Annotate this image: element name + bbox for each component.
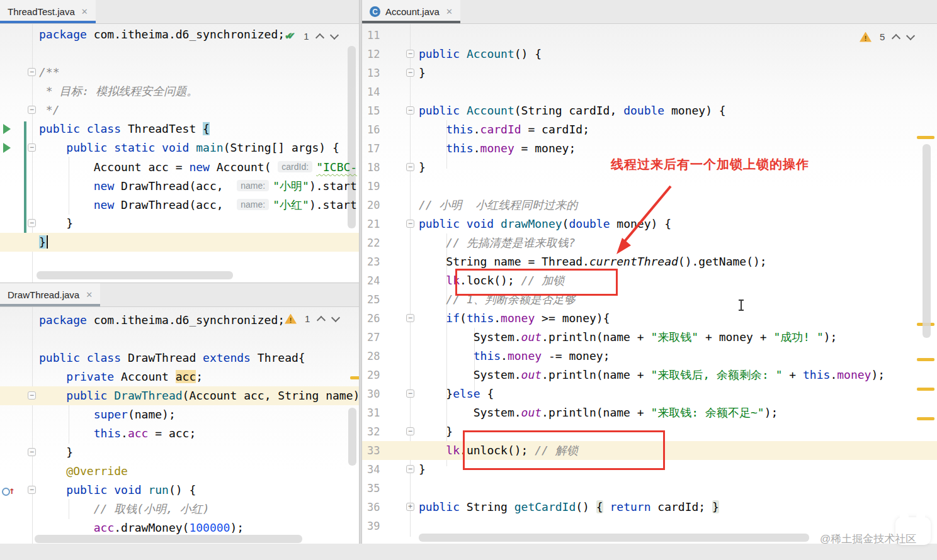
fold-icon[interactable]: − bbox=[406, 220, 414, 228]
code-line: 15−public Account(String cardId, double … bbox=[362, 101, 937, 120]
line-number[interactable]: 29 bbox=[362, 366, 392, 384]
gutter: 20 bbox=[362, 196, 419, 215]
gutter bbox=[0, 405, 39, 424]
line-number[interactable]: 21 bbox=[362, 215, 392, 233]
fold-icon[interactable]: − bbox=[28, 143, 36, 152]
fold-icon[interactable]: − bbox=[406, 314, 414, 322]
code-line: 35 bbox=[362, 479, 937, 498]
text-cursor-pointer bbox=[738, 300, 744, 311]
gutter: 19 bbox=[362, 177, 419, 196]
gutter bbox=[0, 120, 39, 138]
code-text: // 小明 小红线程同时过来的 bbox=[419, 196, 937, 215]
line-number[interactable]: 26 bbox=[362, 309, 392, 328]
tab-drawthread-java[interactable]: DrawThread.java ✕ bbox=[0, 283, 100, 306]
gutter: 27 bbox=[362, 328, 419, 347]
close-icon[interactable]: ✕ bbox=[446, 7, 453, 16]
line-number[interactable]: 12 bbox=[362, 45, 392, 64]
line-number[interactable]: 22 bbox=[362, 233, 392, 252]
close-icon[interactable]: ✕ bbox=[86, 290, 93, 300]
horizontal-scrollbar[interactable] bbox=[37, 271, 233, 279]
fold-icon[interactable]: − bbox=[28, 448, 36, 456]
fold-icon[interactable]: − bbox=[28, 391, 36, 400]
fold-icon[interactable]: − bbox=[28, 486, 36, 494]
line-number[interactable]: 27 bbox=[362, 328, 392, 347]
gutter: 22 bbox=[362, 233, 419, 252]
gutter: 34− bbox=[362, 460, 419, 479]
code-text: /** bbox=[39, 63, 359, 82]
line-number[interactable]: 39 bbox=[362, 517, 392, 535]
unfold-icon[interactable]: + bbox=[406, 503, 414, 511]
line-number[interactable]: 20 bbox=[362, 196, 392, 215]
tab-label: ThreadTest.java bbox=[8, 6, 75, 17]
run-icon[interactable] bbox=[3, 124, 11, 134]
tab-threadtest-java[interactable]: ThreadTest.java ✕ bbox=[0, 0, 96, 23]
fold-icon[interactable]: − bbox=[28, 219, 36, 227]
fold-icon[interactable]: − bbox=[406, 106, 414, 115]
line-number[interactable]: 23 bbox=[362, 252, 392, 271]
gutter: 26− bbox=[362, 309, 419, 328]
fold-icon[interactable]: − bbox=[406, 163, 414, 171]
code-text: new DrawThread(acc, name:"小红").start bbox=[39, 195, 359, 214]
code-line: 36+public String getCardId() { return ca… bbox=[362, 498, 937, 517]
code-text: } bbox=[39, 443, 359, 462]
fold-icon[interactable]: − bbox=[406, 389, 414, 398]
gutter: 16 bbox=[362, 120, 419, 139]
line-number[interactable]: 32 bbox=[362, 422, 392, 441]
line-number[interactable]: 24 bbox=[362, 271, 392, 290]
code-line: 20// 小明 小红线程同时过来的 bbox=[362, 196, 937, 215]
gutter: 15− bbox=[362, 101, 419, 120]
code-line: package com.itheima.d6_synchronized; bbox=[0, 25, 359, 44]
fold-icon[interactable]: − bbox=[28, 68, 36, 76]
red-annotation-text: 线程过来后有一个加锁上锁的操作 bbox=[611, 156, 809, 173]
line-number[interactable]: 35 bbox=[362, 479, 392, 498]
code-line: 30− }else { bbox=[362, 384, 937, 403]
fold-icon[interactable]: − bbox=[406, 427, 414, 435]
tab-label: DrawThread.java bbox=[8, 289, 79, 300]
code-line: 23 String name = Thread.currentThread().… bbox=[362, 252, 937, 271]
line-number[interactable]: 18 bbox=[362, 158, 392, 177]
line-number[interactable]: 14 bbox=[362, 82, 392, 101]
line-number[interactable]: 11 bbox=[362, 26, 392, 45]
code-text: */ bbox=[39, 101, 359, 120]
line-number[interactable]: 25 bbox=[362, 290, 392, 309]
overrides-method-icon[interactable]: ↑ bbox=[0, 483, 16, 497]
code-text: this.money -= money; bbox=[419, 347, 937, 366]
gutter: 11 bbox=[362, 26, 419, 45]
gutter: ↑− bbox=[0, 481, 39, 500]
run-icon[interactable] bbox=[3, 143, 11, 153]
code-area-drawthread: ! 1 package com.itheima.d6_synchronized;… bbox=[0, 307, 359, 560]
line-number[interactable]: 28 bbox=[362, 347, 392, 366]
line-number[interactable]: 15 bbox=[362, 101, 392, 120]
code-line: 28 this.money -= money; bbox=[362, 347, 937, 366]
code-text: // 先搞清楚是谁来取钱? bbox=[419, 233, 937, 252]
code-line: − public DrawThread(Account acc, String … bbox=[0, 386, 359, 405]
line-number[interactable]: 31 bbox=[362, 403, 392, 422]
close-icon[interactable]: ✕ bbox=[81, 7, 88, 16]
code-text: new DrawThread(acc, name:"小明").start bbox=[39, 176, 359, 195]
fold-icon[interactable]: − bbox=[406, 69, 414, 77]
line-number[interactable]: 16 bbox=[362, 120, 392, 139]
fold-icon[interactable]: − bbox=[406, 50, 414, 58]
tabbar-right: C Account.java ✕ bbox=[362, 0, 937, 24]
fold-icon[interactable]: − bbox=[406, 465, 414, 473]
line-number[interactable]: 17 bbox=[362, 139, 392, 158]
fold-icon[interactable]: − bbox=[28, 106, 36, 114]
code-text: @Override bbox=[39, 462, 359, 481]
code-line: 16 this.cardId = cardId; bbox=[362, 120, 937, 139]
gutter bbox=[0, 195, 39, 214]
line-number[interactable]: 30 bbox=[362, 384, 392, 403]
tabbar-left-top: ThreadTest.java ✕ bbox=[0, 0, 359, 24]
line-number[interactable]: 33 bbox=[362, 441, 392, 460]
code-area-account: ! 5 1112−public Account() {13−}1415−publ… bbox=[362, 24, 937, 560]
line-number[interactable]: 19 bbox=[362, 177, 392, 196]
line-number[interactable]: 13 bbox=[362, 64, 392, 82]
watermark-text: @稀土掘金技术社区 bbox=[820, 532, 916, 546]
code-text: public DrawThread(Account acc, String na… bbox=[39, 386, 359, 405]
tab-account-java[interactable]: C Account.java ✕ bbox=[362, 0, 460, 23]
editor-drawthread: DrawThread.java ✕ ! 1 package com.itheim… bbox=[0, 283, 359, 560]
code-line: package com.itheima.d6_synchronized; bbox=[0, 311, 359, 330]
line-number[interactable]: 34 bbox=[362, 460, 392, 479]
line-number[interactable]: 36 bbox=[362, 498, 392, 517]
gutter: 32− bbox=[362, 422, 419, 441]
gutter: 28 bbox=[362, 347, 419, 366]
